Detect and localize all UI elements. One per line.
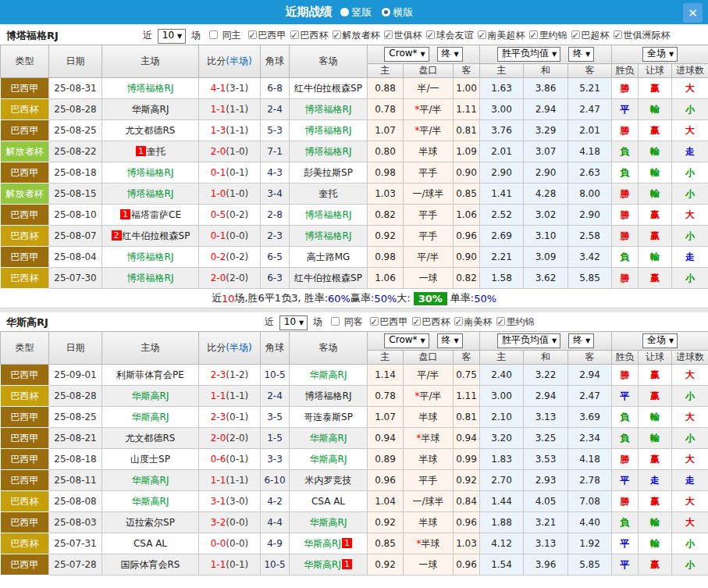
mean-select[interactable]: 胜平负均值▼ (497, 333, 560, 348)
result-goals: 小 (672, 554, 708, 576)
league-label: 南美杯 (464, 316, 493, 327)
radio-vertical-layout[interactable]: 竖版 (340, 5, 372, 20)
odds-company-select[interactable]: Crow*▼ (384, 47, 429, 62)
away-team-name: 彭美拉斯SP (304, 167, 353, 178)
away-team-name: 米内罗竞技 (305, 475, 352, 486)
mean-draw: 3.25 (524, 428, 568, 449)
match-row: 巴西甲25-08-04博塔福格RJ0-2(0-2)6-5高士路MG0.98平/半… (1, 247, 708, 268)
summary-part: 单率: (450, 291, 474, 305)
result-goals: 大 (672, 120, 708, 141)
mean-final-select[interactable]: 终▼ (568, 333, 594, 348)
radio-horizontal-layout[interactable]: 横版 (382, 5, 414, 20)
league-checkbox[interactable]: ✓里约锦 (493, 316, 535, 327)
chevron-down-icon: ▼ (669, 51, 674, 58)
halftime-score: (1-2) (226, 369, 248, 380)
close-button[interactable]: ✕ (683, 3, 703, 23)
col-away: 客场 (290, 45, 368, 78)
chevron-down-icon: ▼ (552, 51, 557, 58)
match-score: 1-1(1-1) (199, 99, 261, 120)
mean-draw: 4.05 (524, 491, 568, 512)
odds-final-select[interactable]: 终▼ (437, 47, 463, 62)
match-date: 25-08-07 (49, 226, 102, 247)
col-result-wdl: 胜负 (612, 64, 639, 78)
mean-away: 2.90 (568, 205, 612, 226)
home-team: CSA AL (102, 533, 199, 554)
result-handicap: 赢 (639, 268, 672, 289)
match-score: 0-2(0-2) (199, 247, 261, 268)
away-odds: 1.00 (454, 78, 480, 99)
match-count-select[interactable]: 10▼ (279, 315, 308, 330)
card-badge: 1 (136, 146, 146, 156)
check-icon: ✓ (479, 27, 486, 45)
match-row: 巴西杯25-07-30博塔福格RJ2-0(2-0)6-3红牛伯拉根森SP1.06… (1, 268, 708, 289)
result-wdl: 平 (612, 554, 639, 576)
away-team-name: 红牛伯拉根森SP (294, 83, 362, 94)
dialog-title: 近期战绩 (286, 5, 333, 20)
odds-company-select[interactable]: Crow*▼ (384, 333, 429, 348)
mean-home: 1.88 (480, 512, 524, 533)
match-row: 解放者杯25-08-15博塔福格RJ1-0(1-0)3-4奎托1.03一/球半0… (1, 184, 708, 205)
halftime-score: (1-0) (226, 188, 248, 199)
league-checkbox[interactable]: ✓南美杯 (450, 316, 493, 327)
league-label: 里约锦 (539, 30, 567, 41)
match-row: 巴西甲25-08-11华斯高RJ1-1(1-1)6-10米内罗竞技0.96平手0… (1, 470, 708, 491)
mean-away: 4.40 (568, 512, 612, 533)
league-checkbox[interactable]: ✓巴西甲 (366, 316, 408, 327)
match-score: 0-5(0-2) (199, 205, 261, 226)
league-checkbox[interactable]: ✓南美超杯 (474, 30, 525, 41)
chevron-down-icon: ▼ (552, 337, 557, 344)
scope-select[interactable]: 全场▼ (642, 47, 678, 62)
fulltime-score: 0-5 (211, 209, 226, 220)
mean-away: 2.94 (568, 365, 612, 386)
check-icon: ✓ (427, 27, 434, 45)
result-handicap: 赢 (639, 449, 672, 470)
home-team-name: 博塔福格RJ (127, 83, 174, 94)
league-checkbox[interactable]: ✓巴超杯 (567, 30, 610, 41)
home-team-name: CSA AL (133, 538, 167, 549)
away-team-name: 奎托 (319, 188, 338, 199)
match-type: 巴西甲 (1, 428, 49, 449)
team-name: 华斯高RJ (6, 314, 48, 331)
handicap-line: 一/球半 (404, 491, 454, 512)
match-date: 25-08-18 (49, 449, 102, 470)
result-wdl: 負 (612, 247, 639, 268)
handicap-line: *半球 (404, 428, 454, 449)
league-checkbox[interactable]: ✓里约锦 (525, 30, 567, 41)
mean-home: 1.63 (480, 78, 524, 99)
match-date: 25-08-03 (49, 512, 102, 533)
same-venue-checkbox[interactable] (331, 317, 340, 326)
col-away: 客场 (290, 332, 368, 365)
league-checkbox[interactable]: ✓巴西杯 (286, 30, 329, 41)
home-team: 博塔福格RJ (102, 78, 199, 99)
mean-home: 3.76 (480, 120, 524, 141)
scope-select[interactable]: 全场▼ (642, 333, 678, 348)
away-team: 博塔福格RJ (290, 141, 368, 162)
col-mean-draw: 和 (524, 351, 568, 365)
mean-select[interactable]: 胜平负均值▼ (497, 47, 560, 62)
col-type: 类型 (1, 45, 49, 78)
mean-final-select[interactable]: 终▼ (568, 47, 594, 62)
halftime-score: (0-1) (226, 559, 248, 570)
league-checkbox[interactable]: ✓世俱杯 (380, 30, 422, 41)
mean-home: 2.21 (480, 247, 524, 268)
result-handicap: 赢 (639, 205, 672, 226)
league-checkbox[interactable]: ✓世俱洲际杯 (610, 30, 671, 41)
odds-header: Crow*▼ 终▼ (368, 45, 480, 64)
league-checkbox[interactable]: ✓解放者杯 (329, 30, 380, 41)
corner-score: 4-9 (261, 533, 290, 554)
match-row: 巴西杯25-08-28华斯高RJ1-1(1-1)2-4博塔福格RJ0.78*平/… (1, 99, 708, 120)
checkbox-checked-icon: ✓ (290, 30, 299, 39)
col-mean-home: 主 (480, 64, 524, 78)
home-odds: 1.14 (368, 365, 404, 386)
league-checkbox[interactable]: ✓巴西杯 (408, 316, 450, 327)
odds-final-select[interactable]: 终▼ (437, 333, 463, 348)
away-odds: 0.90 (454, 162, 480, 184)
match-row: 巴西甲25-08-25华斯高RJ2-3(0-1)3-5哥连泰斯SP1.07半球0… (1, 407, 708, 428)
away-team: 华斯高RJ (290, 512, 368, 533)
match-count-select[interactable]: 10▼ (158, 29, 186, 44)
match-type: 巴西甲 (1, 512, 49, 533)
league-checkbox[interactable]: ✓巴西甲 (244, 30, 286, 41)
corner-score: 2-3 (261, 226, 290, 247)
same-venue-checkbox[interactable] (209, 30, 218, 39)
league-checkbox[interactable]: ✓球会友谊 (422, 30, 474, 41)
